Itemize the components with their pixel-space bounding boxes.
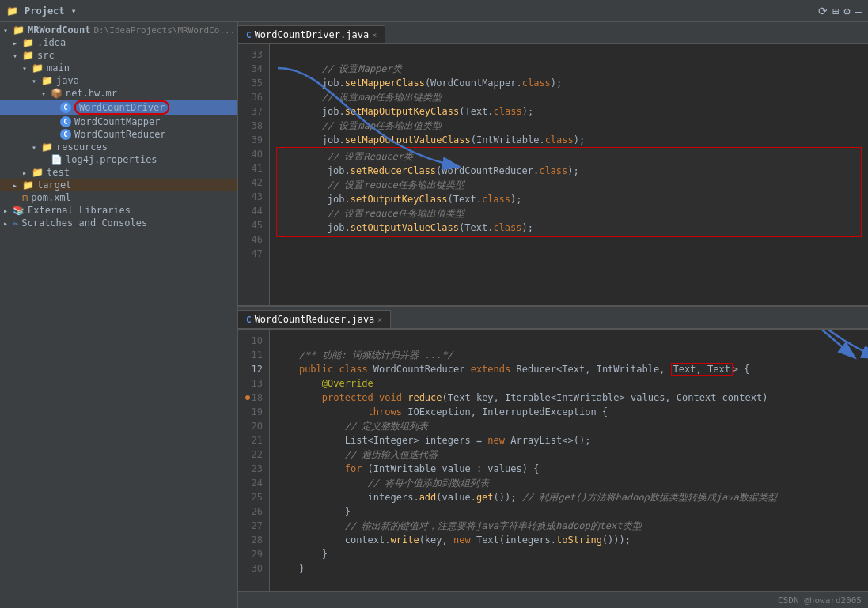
resources-label: resources [56, 142, 108, 153]
main-layout: ▾ 📁 MRWordCount D:\IdeaProjects\MRWordCo… [0, 22, 868, 608]
arrow-icon: ▸ [22, 168, 30, 177]
tab-label-driver: WordCountDriver.java [255, 29, 370, 40]
project-tree: ▾ 📁 MRWordCount D:\IdeaProjects\MRWordCo… [0, 22, 237, 608]
line-num: 29 [238, 547, 263, 561]
class-icon: C [60, 102, 71, 113]
class-icon: C [60, 116, 71, 127]
java-folder-icon: 📁 [41, 75, 53, 86]
java-label: java [56, 75, 79, 86]
line-num: 19 [238, 405, 263, 419]
xml-icon: m [22, 192, 28, 203]
bottom-line-numbers: 10 11 12 13 18 19 20 21 22 23 24 25 [238, 330, 270, 591]
arrow-icon: ▾ [32, 143, 40, 152]
editor-split: 33 34 35 36 37 38 39 40 41 42 43 44 45 4… [238, 44, 868, 591]
line-num: 46 [238, 232, 263, 247]
tab-wordcountreducer[interactable]: C WordCountReducer.java × [238, 310, 391, 328]
tree-item-idea[interactable]: ▸ 📁 .idea [0, 36, 237, 49]
line-num: 13 [238, 376, 263, 391]
tree-item-mrwordcount[interactable]: ▾ 📁 MRWordCount D:\IdeaProjects\MRWordCo… [0, 24, 237, 36]
watermark: CSDN @howard2005 [778, 595, 862, 606]
top-line-numbers: 33 34 35 36 37 38 39 40 41 42 43 44 45 4… [238, 44, 270, 305]
line-num: 37 [238, 104, 263, 119]
line-num: 26 [238, 504, 263, 519]
arrow-icon: ▸ [13, 181, 21, 190]
top-toolbar: 📁 Project ▾ ⟳ ⊞ ⚙ — [0, 0, 868, 22]
sync-icon[interactable]: ⟳ [818, 5, 828, 17]
arrow-icon: ▾ [22, 64, 30, 73]
layout-icon[interactable]: ⊞ [832, 5, 839, 17]
tree-item-external-libs[interactable]: ▸ 📚 External Libraries [0, 204, 237, 217]
arrow-icon: ▸ [13, 39, 21, 47]
resources-folder-icon: 📁 [41, 142, 53, 153]
target-label: target [37, 179, 71, 191]
tab-close-icon[interactable]: × [377, 315, 382, 324]
line-num: 43 [238, 190, 263, 204]
arrow-icon: ▾ [3, 26, 11, 35]
tree-item-package[interactable]: ▾ 📦 net.hw.mr [0, 87, 237, 100]
line-num: 24 [238, 476, 263, 490]
line-num: 28 [238, 533, 263, 547]
line-num: 42 [238, 176, 263, 190]
line-num: 47 [238, 247, 263, 261]
tab-class-icon: C [246, 315, 252, 325]
line-num: 30 [238, 561, 263, 576]
line-num: 27 [238, 519, 263, 533]
line-num: 22 [238, 448, 263, 462]
line-num: 35 [238, 76, 263, 90]
bottom-editor: 10 11 12 13 18 19 20 21 22 23 24 25 [238, 329, 868, 591]
package-icon: 📦 [51, 88, 63, 99]
line-num: 23 [238, 462, 263, 476]
arrow-icon: ▸ [3, 206, 11, 215]
project-dropdown[interactable]: ▾ [71, 6, 77, 17]
tree-item-test[interactable]: ▸ 📁 test [0, 166, 237, 179]
idea-label: .idea [37, 37, 66, 48]
idea-folder-icon: 📁 [22, 37, 34, 48]
tab-label-reducer: WordCountReducer.java [255, 314, 375, 325]
tree-item-target[interactable]: ▸ 📁 target [0, 179, 237, 191]
tab-close-icon[interactable]: × [372, 31, 377, 40]
tree-item-main[interactable]: ▾ 📁 main [0, 62, 237, 74]
line-num: 41 [238, 161, 263, 176]
scratches-icon: ✏ [13, 217, 18, 228]
settings-icon[interactable]: ⚙ [843, 5, 850, 17]
line-num: 38 [238, 119, 263, 133]
status-bar: CSDN @howard2005 [238, 591, 868, 608]
line-num: 45 [238, 218, 263, 232]
log4j-label: log4j.properties [66, 154, 157, 165]
wordcountreducer-label: WordCountReducer [74, 129, 166, 140]
test-label: test [47, 167, 70, 178]
toolbar-icons: ⟳ ⊞ ⚙ — [818, 5, 862, 17]
line-num: 36 [238, 90, 263, 104]
top-code-content[interactable]: // 设置Mapper类 job.setMapperClass(WordCoun… [270, 44, 868, 305]
project-label: Project [25, 6, 65, 17]
tree-item-log4j[interactable]: ▸ 📄 log4j.properties [0, 153, 237, 166]
tree-item-scratches[interactable]: ▸ ✏ Scratches and Consoles [0, 217, 237, 229]
project-folder-icon: 📁 [13, 25, 25, 36]
mrwordcount-label: MRWordCount [28, 25, 90, 36]
tree-item-src[interactable]: ▾ 📁 src [0, 49, 237, 62]
main-folder-icon: 📁 [32, 62, 44, 74]
tree-item-wordcountreducer[interactable]: ▸ C WordCountReducer [0, 128, 237, 141]
tree-item-resources[interactable]: ▾ 📁 resources [0, 141, 237, 153]
line-num: 44 [238, 204, 263, 218]
line-num: 40 [238, 147, 263, 161]
line-num: 20 [238, 419, 263, 433]
line-num: 21 [238, 433, 263, 448]
tree-item-wordcountmapper[interactable]: ▸ C WordCountMapper [0, 115, 237, 128]
project-icon: 📁 [6, 6, 18, 17]
bottom-tab-bar: C WordCountReducer.java × [238, 307, 868, 329]
line-num: 39 [238, 133, 263, 147]
package-label: net.hw.mr [66, 88, 117, 99]
tree-item-java[interactable]: ▾ 📁 java [0, 74, 237, 87]
top-code-editor: 33 34 35 36 37 38 39 40 41 42 43 44 45 4… [238, 44, 868, 305]
tree-item-wordcountdriver[interactable]: ▸ C WordCountDriver [0, 100, 237, 115]
close-panel-icon[interactable]: — [855, 5, 862, 17]
top-editor: 33 34 35 36 37 38 39 40 41 42 43 44 45 4… [238, 44, 868, 305]
line-num: 25 [238, 490, 263, 504]
wordcountmapper-label: WordCountMapper [74, 116, 160, 127]
tree-item-pomxml[interactable]: ▸ m pom.xml [0, 191, 237, 204]
tab-wordcountdriver[interactable]: C WordCountDriver.java × [238, 25, 385, 43]
sidebar: ▾ 📁 MRWordCount D:\IdeaProjects\MRWordCo… [0, 22, 238, 608]
bottom-code-content[interactable]: /** 功能: 词频统计归并器 ...*/ public class WordC… [270, 330, 868, 591]
line-num: 18 [238, 391, 263, 405]
